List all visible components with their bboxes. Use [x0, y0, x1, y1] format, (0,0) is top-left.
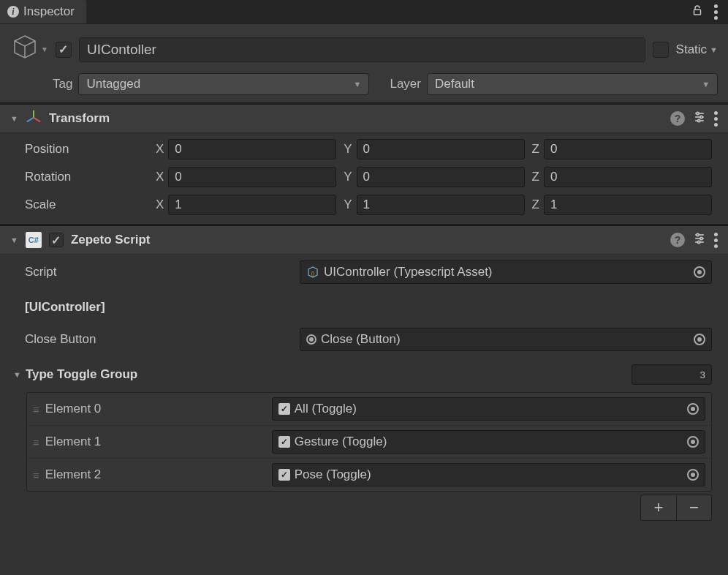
y-label: Y [344, 142, 352, 157]
close-button-field[interactable]: Close (Button) [300, 328, 712, 351]
chevron-down-icon: ▼ [710, 45, 718, 54]
kebab-icon[interactable] [714, 111, 718, 127]
script-label: Script [25, 265, 295, 279]
zepeto-title: Zepeto Script [71, 233, 663, 247]
x-label: X [156, 198, 164, 212]
inspector-tab[interactable]: i Inspector [0, 0, 86, 23]
zepeto-header[interactable]: ▼ C# Zepeto Script ? [0, 225, 728, 255]
close-button-label: Close Button [25, 332, 295, 347]
kebab-icon[interactable] [714, 4, 718, 20]
tab-right [680, 0, 728, 23]
script-value: UIController (Typescript Asset) [324, 265, 493, 279]
reference-icon [306, 334, 316, 345]
help-icon[interactable]: ? [670, 111, 685, 126]
list-box: ≡ Element 0 ✓ All (Toggle) ≡ Element 1 ✓… [26, 392, 712, 492]
chevron-down-icon: ▼ [41, 45, 48, 53]
element-field[interactable]: ✓ Gesture (Toggle) [272, 430, 705, 454]
svg-point-2 [697, 112, 699, 114]
toggle-icon: ✓ [278, 469, 290, 481]
layer-label: Layer [390, 77, 421, 91]
help-icon[interactable]: ? [670, 233, 685, 247]
position-z-input[interactable] [544, 139, 712, 159]
scale-y-input[interactable] [357, 195, 525, 215]
static-label: Static [676, 42, 708, 57]
cube-icon [10, 33, 39, 66]
svg-point-8 [697, 233, 699, 236]
list-item: ≡ Element 1 ✓ Gesture (Toggle) [27, 426, 711, 459]
svg-point-10 [700, 237, 702, 239]
static-checkbox[interactable] [653, 42, 669, 58]
y-label: Y [344, 198, 352, 212]
transform-header[interactable]: ▼ Transform ? [0, 104, 728, 133]
position-x-input[interactable] [168, 139, 336, 159]
typescript-asset-icon: {} [306, 266, 319, 279]
rotation-x-input[interactable] [168, 167, 336, 187]
position-label: Position [25, 142, 151, 157]
scale-z-input[interactable] [544, 195, 712, 215]
object-picker-icon[interactable] [694, 266, 705, 278]
chevron-down-icon: ▼ [702, 80, 710, 89]
tag-dropdown[interactable]: Untagged ▼ [78, 73, 369, 95]
foldout-icon[interactable]: ▼ [13, 370, 21, 379]
element-field[interactable]: ✓ Pose (Toggle) [272, 463, 705, 486]
preset-icon[interactable] [692, 231, 707, 249]
remove-element-button[interactable]: − [676, 495, 711, 520]
drag-handle-icon[interactable]: ≡ [33, 436, 38, 448]
component-enabled-checkbox[interactable] [49, 233, 64, 247]
gameobject-icon-picker[interactable]: ▼ [10, 33, 48, 66]
object-picker-icon[interactable] [687, 469, 699, 481]
z-label: Z [532, 170, 539, 184]
object-picker-icon[interactable] [687, 403, 699, 415]
list-header[interactable]: ▼ Type Toggle Group [13, 360, 712, 389]
svg-point-4 [700, 116, 702, 118]
list-footer: + − [13, 492, 712, 521]
object-name-input[interactable] [79, 37, 645, 62]
static-dropdown[interactable]: Static ▼ [676, 42, 718, 57]
zepeto-body: Script {} UIController (Typescript Asset… [0, 255, 728, 360]
scale-label: Scale [25, 198, 151, 212]
x-label: X [156, 142, 164, 157]
object-picker-icon[interactable] [687, 436, 699, 448]
element-label: Element 0 [45, 402, 265, 416]
x-label: X [156, 170, 164, 184]
gameobject-header: ▼ Static ▼ Tag Untagged ▼ Layer Default … [0, 24, 728, 102]
layer-dropdown[interactable]: Default ▼ [427, 73, 718, 95]
tag-value: Untagged [86, 77, 140, 91]
scale-x-input[interactable] [168, 195, 336, 215]
element-field[interactable]: ✓ All (Toggle) [272, 397, 705, 421]
tab-title: Inspector [23, 4, 75, 19]
toggle-icon: ✓ [278, 436, 290, 448]
preset-icon[interactable] [692, 110, 707, 128]
object-picker-icon[interactable] [694, 334, 705, 345]
y-label: Y [344, 170, 352, 184]
element-value: Pose (Toggle) [295, 467, 371, 482]
info-icon: i [7, 6, 19, 18]
svg-rect-0 [694, 10, 701, 15]
lock-icon[interactable] [691, 4, 704, 20]
transform-body: Position X Y Z Rotation X Y Z Scale X Y … [0, 133, 728, 224]
position-y-input[interactable] [357, 139, 525, 159]
element-label: Element 1 [45, 435, 265, 449]
kebab-icon[interactable] [714, 233, 718, 248]
add-element-button[interactable]: + [641, 495, 676, 520]
enabled-checkbox[interactable] [56, 42, 72, 58]
element-label: Element 2 [45, 467, 265, 482]
list-item: ≡ Element 0 ✓ All (Toggle) [27, 393, 711, 426]
list-item: ≡ Element 2 ✓ Pose (Toggle) [27, 459, 711, 491]
transform-icon [26, 109, 42, 129]
drag-handle-icon[interactable]: ≡ [33, 469, 38, 481]
rotation-y-input[interactable] [357, 167, 525, 187]
type-toggle-group: ▼ Type Toggle Group ≡ Element 0 ✓ All (T… [0, 360, 728, 521]
foldout-icon[interactable]: ▼ [10, 236, 18, 244]
rotation-z-input[interactable] [544, 167, 712, 187]
foldout-icon[interactable]: ▼ [10, 114, 18, 123]
rotation-label: Rotation [25, 170, 151, 184]
tag-label: Tag [53, 77, 72, 91]
svg-point-6 [698, 119, 700, 121]
script-field[interactable]: {} UIController (Typescript Asset) [300, 260, 712, 284]
transform-title: Transform [49, 111, 663, 126]
tab-bar: i Inspector [0, 0, 728, 24]
toggle-icon: ✓ [278, 403, 290, 415]
drag-handle-icon[interactable]: ≡ [33, 403, 38, 416]
list-count-input[interactable] [632, 364, 712, 385]
